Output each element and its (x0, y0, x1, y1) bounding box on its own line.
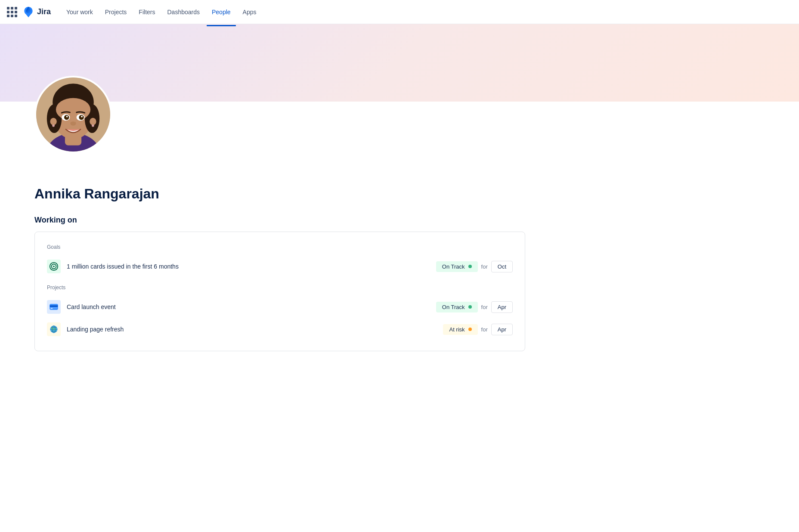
nav-people[interactable]: People (207, 5, 236, 19)
working-on-section: Working on Goals 1 million cards issued … (34, 216, 765, 351)
svg-point-12 (79, 115, 84, 120)
hero-banner (0, 24, 799, 102)
goal-item-1[interactable]: 1 million cards issued in the first 6 mo… (47, 255, 513, 278)
project-icon-card (47, 300, 61, 314)
nav-links: Your work Projects Filters Dashboards Pe… (61, 5, 792, 19)
svg-point-16 (50, 118, 56, 125)
status-dot-green-1 (468, 265, 472, 268)
nav-filters[interactable]: Filters (133, 5, 160, 19)
goal-status-1: On Track for Oct (436, 261, 513, 272)
avatar-container (34, 76, 112, 153)
status-badge-on-track-2: On Track (436, 302, 478, 312)
svg-point-17 (90, 118, 96, 125)
project-item-2[interactable]: Landing page refresh At risk for Apr (47, 318, 513, 340)
working-on-card: Goals 1 million cards issued in the firs… (34, 232, 525, 351)
project-status-text-2: At risk (449, 326, 465, 333)
nav-your-work[interactable]: Your work (61, 5, 98, 19)
svg-point-11 (64, 115, 69, 120)
nav-dashboards[interactable]: Dashboards (162, 5, 205, 19)
status-dot-orange (468, 328, 472, 331)
svg-point-8 (56, 98, 90, 121)
project-item-left-1: Card launch event (47, 300, 116, 314)
status-dot-green-2 (468, 305, 472, 309)
month-badge-2: Apr (491, 301, 513, 313)
svg-point-14 (81, 116, 83, 118)
project-status-text-1: On Track (442, 304, 465, 310)
apps-grid-icon[interactable] (7, 7, 17, 17)
project-status-2: At risk for Apr (443, 324, 513, 335)
project-label-1: Card launch event (67, 303, 116, 310)
profile-name: Annika Rangarajan (34, 186, 765, 202)
nav-apps[interactable]: Apps (238, 5, 262, 19)
for-label-1: for (481, 263, 488, 270)
goals-label: Goals (47, 244, 513, 250)
projects-label: Projects (47, 285, 513, 291)
nav-projects[interactable]: Projects (100, 5, 132, 19)
profile-section: Annika Rangarajan Working on Goals (0, 102, 799, 351)
project-status-1: On Track for Apr (436, 301, 513, 313)
for-label-2: for (481, 304, 488, 310)
svg-point-19 (92, 124, 94, 127)
goal-icon (47, 260, 61, 273)
month-badge-3: Apr (491, 324, 513, 335)
month-badge-1: Oct (491, 261, 513, 272)
svg-point-22 (53, 266, 55, 267)
goal-label-1: 1 million cards issued in the first 6 mo… (67, 263, 179, 270)
status-badge-at-risk: At risk (443, 324, 477, 335)
svg-rect-24 (50, 305, 58, 307)
status-badge-on-track-1: On Track (436, 261, 478, 272)
svg-point-13 (66, 116, 68, 118)
jira-logo[interactable]: Jira (22, 6, 51, 18)
logo-text: Jira (37, 7, 51, 16)
for-label-3: for (481, 326, 488, 333)
navbar: Jira Your work Projects Filters Dashboar… (0, 0, 799, 24)
svg-rect-25 (51, 308, 53, 309)
status-text-1: On Track (442, 263, 465, 270)
project-item-left-2: Landing page refresh (47, 322, 124, 336)
project-item-1[interactable]: Card launch event On Track for Apr (47, 296, 513, 318)
project-icon-globe (47, 322, 61, 336)
svg-point-18 (52, 124, 55, 127)
project-label-2: Landing page refresh (67, 326, 124, 333)
goal-item-left: 1 million cards issued in the first 6 mo… (47, 260, 179, 273)
avatar (34, 76, 112, 153)
working-on-title: Working on (34, 216, 765, 225)
